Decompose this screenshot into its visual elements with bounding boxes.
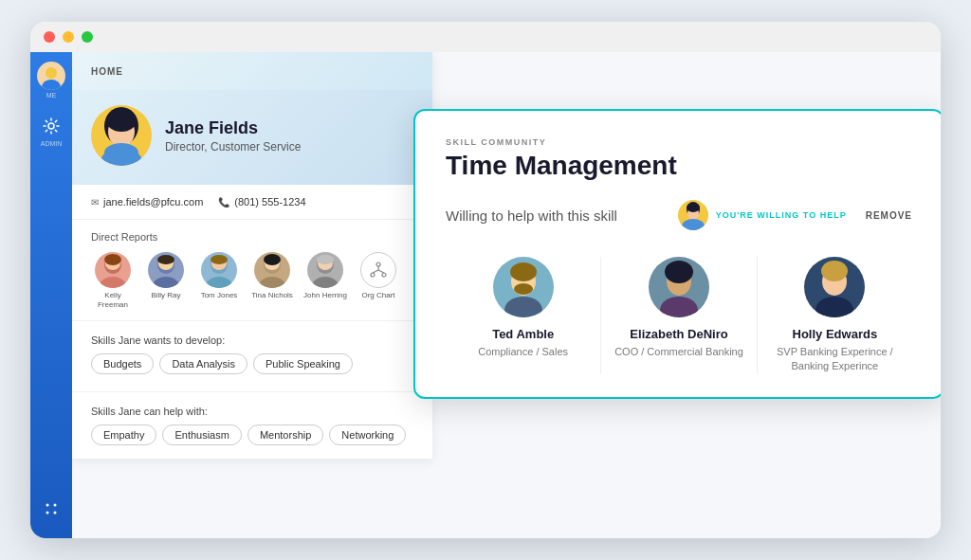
skill-tag-data-analysis[interactable]: Data Analysis [159,353,247,374]
skill-community-label: SKILL COMMUNITY [446,137,912,147]
sidebar-admin-label: ADMIN [41,140,63,147]
helper-role-elizabeth: COO / Commercial Banking [614,345,743,359]
svg-point-1 [42,80,61,90]
svg-point-24 [211,255,228,264]
skill-tag-empathy[interactable]: Empathy [91,425,156,445]
helper-name-holly: Holly Edwards [793,327,878,341]
skill-tag-public-speaking[interactable]: Public Speaking [253,353,353,374]
sidebar: ME ADMIN [30,52,72,538]
svg-point-3 [48,123,54,129]
svg-point-45 [510,262,537,281]
helper-avatar-ted [493,257,554,317]
svg-point-20 [157,255,174,264]
svg-point-47 [504,297,542,317]
svg-point-50 [665,261,693,283]
direct-reports-section: Direct Reports [72,220,432,320]
svg-point-46 [514,283,533,295]
svg-point-55 [815,297,853,317]
svg-point-12 [104,143,138,162]
skills-help-label: Skills Jane can help with: [91,406,413,417]
svg-point-26 [259,277,285,288]
main-content: HOME [72,52,941,538]
skill-tag-mentorship[interactable]: Mentorship [247,425,323,445]
willing-row: Willing to help with this skill YOU'RE W… [446,200,912,230]
profile-header: HOME [72,52,432,90]
avatar-name-billy: Billy Ray [151,291,180,300]
skill-tag-enthusiasm[interactable]: Enthusiasm [162,425,241,445]
sidebar-item-me[interactable]: ME [37,62,65,99]
svg-point-2 [46,67,56,77]
skill-community-card: SKILL COMMUNITY Time Management Willing … [413,109,941,399]
willing-badge: YOU'RE WILLING TO HELP REMOVE [678,200,912,230]
helper-holly[interactable]: Holly Edwards SVP Banking Experince / Ba… [758,257,912,374]
sidebar-me-label: ME [46,92,57,99]
willing-badge-text: YOU'RE WILLING TO HELP [716,210,847,220]
dots-icon [39,497,64,521]
svg-point-6 [46,512,49,515]
email-value: jane.fields@pfcu.com [103,196,203,208]
profile-avatar [91,105,152,166]
dot-maximize[interactable] [82,31,93,43]
avatar-circle-tina [254,252,290,288]
phone-icon: 📞 [218,197,229,208]
sidebar-item-admin[interactable]: ADMIN [39,114,64,147]
avatar-name-kelly: Kelly Freeman [91,291,135,309]
browser-titlebar [30,22,941,52]
helper-avatar-holly [804,257,865,317]
home-label: HOME [91,66,123,77]
remove-button[interactable]: REMOVE [866,210,912,221]
helpers-row: Ted Amble Compliance / Sales [446,257,912,374]
avatar-org-chart[interactable]: Org Chart [357,252,400,300]
svg-point-54 [821,261,848,281]
svg-point-4 [46,504,49,507]
svg-point-14 [100,277,126,288]
svg-point-10 [106,109,137,132]
sidebar-avatar [37,62,65,90]
skill-title: Time Management [446,151,912,181]
contact-phone: 📞 (801) 555-1234 [218,196,305,208]
svg-point-7 [54,512,57,515]
svg-point-28 [264,254,281,265]
avatar-name-tina: Tina Nichols [251,291,293,300]
skill-tag-budgets[interactable]: Budgets [91,353,154,374]
profile-card: HOME [72,52,432,459]
helper-role-ted: Compliance / Sales [478,345,568,359]
helper-ted[interactable]: Ted Amble Compliance / Sales [446,257,601,374]
svg-line-38 [378,270,384,273]
contact-email: ✉ jane.fields@pfcu.com [91,196,203,208]
svg-point-5 [54,504,57,507]
avatar-circle-john [307,252,343,288]
svg-point-16 [104,254,121,265]
avatar-billy[interactable]: Billy Ray [144,252,188,300]
svg-point-33 [376,262,380,266]
svg-point-30 [312,277,339,288]
svg-point-35 [382,273,386,277]
dot-minimize[interactable] [63,31,74,43]
svg-point-32 [317,255,334,264]
skill-tag-networking[interactable]: Networking [329,425,406,445]
avatar-john[interactable]: John Herring [303,252,347,300]
avatar-kelly[interactable]: Kelly Freeman [91,252,135,309]
svg-point-51 [660,297,698,317]
svg-point-42 [682,219,705,230]
avatar-circle-kelly [95,252,131,288]
svg-point-41 [687,203,700,212]
skills-develop-label: Skills Jane wants to develop: [91,334,413,346]
skills-develop-tags: Budgets Data Analysis Public Speaking [91,353,413,374]
org-chart-label: Org Chart [361,291,394,300]
phone-value: (801) 555-1234 [234,196,305,208]
avatar-tina[interactable]: Tina Nichols [250,252,294,300]
helper-elizabeth[interactable]: Elizabeth DeNiro COO / Commercial Bankin… [601,257,757,374]
helper-role-holly: SVP Banking Experince / Banking Experinc… [765,345,905,374]
skills-develop-section: Skills Jane wants to develop: Budgets Da… [72,320,432,388]
profile-text: Jane Fields Director, Customer Service [165,118,301,154]
avatar-tom[interactable]: Tom Jones [197,252,241,300]
profile-contact: ✉ jane.fields@pfcu.com 📞 (801) 555-1234 [72,185,432,220]
profile-info-section: Jane Fields Director, Customer Service [72,90,432,185]
dot-close[interactable] [44,31,55,43]
avatar-circle-billy [148,252,184,288]
skills-help-tags: Empathy Enthusiasm Mentorship Networking [91,425,413,445]
org-chart-button[interactable] [360,252,396,288]
svg-point-18 [153,277,179,288]
sidebar-bottom-icon[interactable] [39,497,64,521]
